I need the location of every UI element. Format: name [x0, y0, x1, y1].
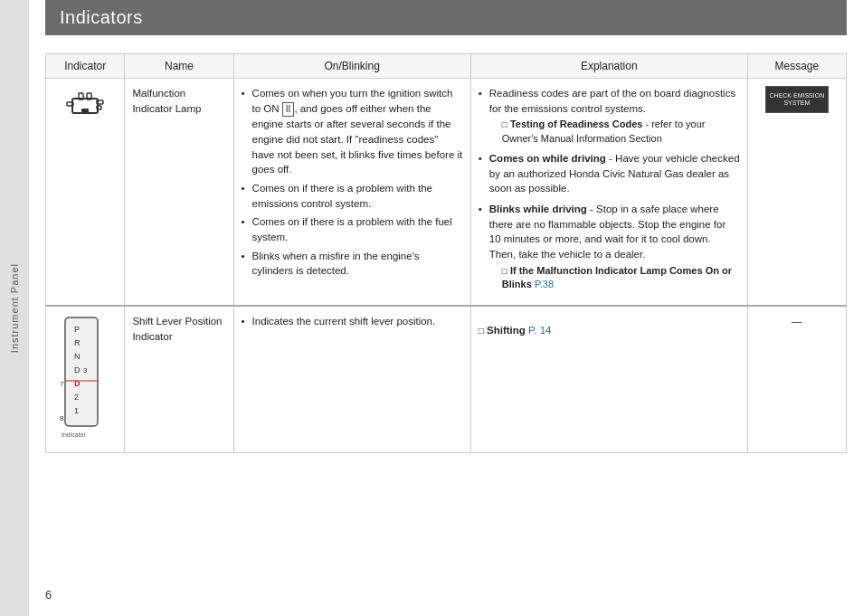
list-item: Comes on if there is a problem with the … — [242, 214, 463, 244]
book-icon: □ — [502, 118, 507, 131]
svg-rect-5 — [97, 106, 101, 109]
explanation-sub1: Testing of Readiness Codes - refer to yo… — [502, 118, 706, 143]
sidebar: Instrument Panel — [0, 0, 29, 616]
page-number: 6 — [45, 588, 52, 602]
explanation-sub2: If the Malfunction Indicator Lamp Comes … — [502, 265, 732, 289]
svg-text:P: P — [74, 325, 80, 334]
header-title: Indicators — [60, 7, 143, 28]
indicator-cell-engine — [46, 79, 125, 306]
col-header-name: Name — [125, 54, 233, 79]
list-item: Comes on when you turn the ignition swit… — [242, 86, 463, 177]
svg-text:N: N — [74, 352, 81, 361]
explanation-intro: Readiness codes are part of the on board… — [489, 88, 735, 114]
shifting-reference: □ Shifting P. 14 — [479, 323, 740, 338]
col-header-onblinking: On/Blinking — [233, 54, 470, 79]
svg-text:D: D — [74, 365, 81, 374]
indicator-name-malfunction: Malfunction Indicator Lamp — [132, 88, 201, 114]
onblinking-cell-malfunction: Comes on when you turn the ignition swit… — [233, 79, 470, 306]
name-cell-malfunction: Malfunction Indicator Lamp — [125, 79, 233, 306]
onblinking-list: Comes on when you turn the ignition swit… — [242, 86, 463, 279]
explanation-cell-shift: □ Shifting P. 14 — [470, 306, 747, 453]
svg-rect-7 — [65, 317, 98, 426]
col-header-indicator: Indicator — [46, 54, 125, 79]
page-header: Indicators — [45, 0, 847, 35]
sub-indent-malfunction: □ If the Malfunction Indicator Lamp Come… — [502, 264, 740, 292]
explanation-list: Readiness codes are part of the on board… — [479, 86, 740, 292]
message-dash: — — [792, 316, 802, 327]
engine-warning-icon — [63, 86, 107, 122]
list-item: Readiness codes are part of the on board… — [479, 86, 740, 146]
table-row: P R N D 3 D 2 1 7 8 Indicato — [46, 306, 847, 453]
indicator-cell-shift: P R N D 3 D 2 1 7 8 Indicato — [46, 306, 125, 453]
col-header-explanation: Explanation — [470, 54, 747, 79]
onblinking-cell-shift: Indicates the current shift lever positi… — [233, 306, 470, 453]
shifting-label: Shifting — [487, 325, 526, 336]
name-cell-shift: Shift Lever Position Indicator — [125, 306, 233, 453]
list-item: Blinks when a misfire in the engine's cy… — [242, 249, 463, 279]
svg-text:Indicator: Indicator — [62, 431, 87, 438]
list-item: Blinks while driving - Stop in a safe pl… — [479, 202, 740, 291]
message-text: CHECK EMISSION SYSTEM — [766, 92, 828, 108]
svg-rect-6 — [81, 109, 89, 113]
explanation-cell-malfunction: Readiness codes are part of the on board… — [470, 79, 747, 306]
indicators-table: Indicator Name On/Blinking Explanation M… — [45, 53, 847, 453]
list-item: Comes on if there is a problem with the … — [242, 181, 463, 211]
message-cell-malfunction: CHECK EMISSION SYSTEM — [747, 79, 846, 306]
list-item: Comes on while driving - Have your vehic… — [479, 151, 740, 196]
onblinking-list-shift: Indicates the current shift lever positi… — [242, 314, 463, 329]
book-icon-3: □ — [479, 324, 484, 337]
book-icon-2: □ — [502, 265, 507, 278]
svg-text:3: 3 — [83, 366, 88, 374]
main-content: Indicators Indicator Name On/Blinking Ex… — [29, 0, 863, 469]
message-cell-shift: — — [747, 306, 846, 453]
explanation-bold-driving: Comes on while driving — [489, 153, 606, 164]
sub-indent-readiness: □ Testing of Readiness Codes - refer to … — [502, 118, 740, 146]
table-row: Malfunction Indicator Lamp Comes on when… — [46, 79, 847, 306]
shifting-page-link: P. 14 — [528, 325, 551, 336]
check-emission-image: CHECK EMISSION SYSTEM — [765, 86, 829, 113]
indicator-name-shift: Shift Lever Position Indicator — [132, 316, 222, 342]
svg-text:7: 7 — [60, 380, 64, 388]
svg-text:8: 8 — [60, 414, 64, 422]
explanation-bold-blinks: Blinks while driving — [489, 204, 587, 214]
list-item: Indicates the current shift lever positi… — [242, 314, 463, 329]
sidebar-label: Instrument Panel — [9, 263, 20, 353]
svg-text:2: 2 — [74, 393, 79, 402]
svg-text:1: 1 — [74, 406, 79, 415]
col-header-message: Message — [747, 54, 846, 79]
shift-lever-icon: P R N D 3 D 2 1 7 8 Indicato — [58, 314, 112, 441]
svg-text:R: R — [74, 338, 81, 347]
